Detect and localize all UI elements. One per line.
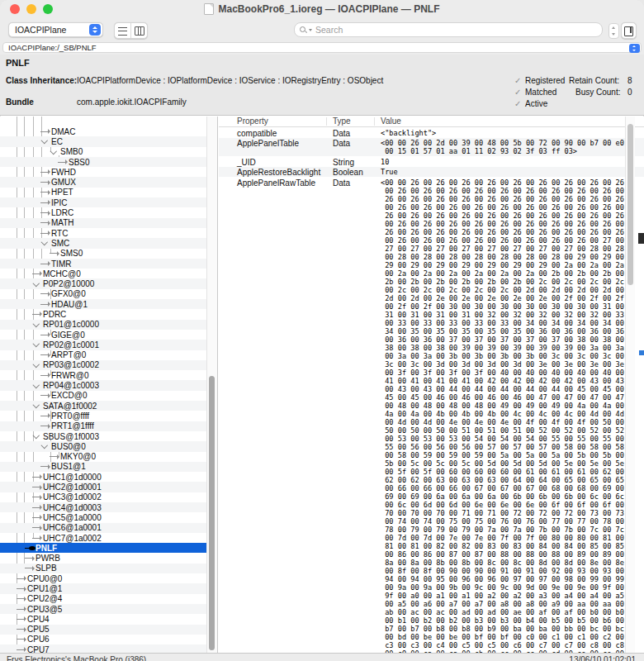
property-row-ApplePanelRawTable[interactable]: ApplePanelRawTableData<00 00 26 00 26 00…: [219, 177, 644, 653]
tree-item-CPU6[interactable]: CPU6: [0, 635, 218, 644]
disclosure-chevron-icon[interactable]: [40, 138, 49, 145]
tree-item-PRT1@1ffff[interactable]: PRT1@1ffff: [0, 421, 218, 431]
property-row-AppleRestoreBacklight[interactable]: AppleRestoreBacklightBooleanTrue: [219, 167, 644, 178]
path-dropdown-icon[interactable]: [629, 44, 640, 53]
tree-item-GMUX[interactable]: GMUX: [0, 177, 218, 187]
tree-item-RP04@1c0003[interactable]: RP04@1c0003: [0, 380, 218, 390]
column-header-property[interactable]: Property: [237, 117, 268, 126]
tree-item-CPU3@5[interactable]: CPU3@5: [0, 604, 218, 614]
tree-item-UHC1@1d0000[interactable]: UHC1@1d0000: [0, 472, 218, 482]
tree-item-CPU4[interactable]: CPU4: [0, 614, 218, 624]
tree-item-SMS0[interactable]: SMS0: [0, 249, 218, 259]
disclosure-chevron-icon[interactable]: [32, 321, 40, 328]
tree-item-UHC3@1d0002[interactable]: UHC3@1d0002: [0, 492, 218, 502]
tree-connector-icon: [25, 558, 33, 559]
search-input[interactable]: Search: [294, 22, 603, 37]
tree-item-SMB0[interactable]: SMB0: [0, 147, 218, 157]
search-placeholder: Search: [315, 25, 343, 35]
column-view-button[interactable]: [130, 23, 147, 38]
tree-item-FWHD[interactable]: FWHD: [0, 167, 218, 177]
find-stepper[interactable]: [608, 23, 619, 39]
tree-item-CPU2@4[interactable]: CPU2@4: [0, 594, 218, 604]
tree-item-SBUS@1f0003[interactable]: SBUS@1f0003: [0, 431, 218, 441]
tree-item-RP03@1c0002[interactable]: RP03@1c0002: [0, 360, 218, 370]
outline-view-button[interactable]: [115, 23, 130, 38]
tree-item-UHC4@1d0003[interactable]: UHC4@1d0003: [0, 502, 218, 512]
tree-item-EC[interactable]: EC: [0, 136, 218, 146]
tree-item-label: CPU4: [27, 615, 50, 624]
disclosure-chevron-icon[interactable]: [50, 149, 58, 155]
tree-item-label: LDRC: [51, 208, 73, 217]
tree-item-UHC7@1a0002[interactable]: UHC7@1a0002: [0, 533, 218, 543]
tree-item-GFX0@0[interactable]: GFX0@0: [0, 289, 218, 299]
table-scrollbar[interactable]: [625, 117, 635, 653]
search-menu-chevron-icon[interactable]: [309, 29, 312, 31]
disclosure-chevron-icon[interactable]: [32, 362, 40, 369]
property-row-compatible[interactable]: compatibleData<"backlight">: [219, 127, 644, 138]
tree-item-CPU0@0[interactable]: CPU0@0: [0, 573, 218, 583]
tree-connector-icon: [32, 477, 40, 478]
tree-item-BUS1@1[interactable]: BUS1@1: [0, 462, 218, 472]
tree-connector-icon: [32, 487, 40, 487]
property-row-_UID[interactable]: _UIDString10: [219, 156, 644, 167]
tree-item-RP01@1c0000[interactable]: RP01@1c0000: [0, 320, 218, 330]
property-row-ApplePanelTable[interactable]: ApplePanelTableData<00 00 26 00 2d 00 39…: [219, 138, 644, 157]
tree-item-PNLF[interactable]: PNLF: [0, 543, 208, 553]
disclosure-chevron-icon[interactable]: [32, 383, 40, 389]
tree-connector-icon: [50, 253, 58, 254]
property-type: Data: [333, 139, 350, 148]
tree-item-CPU5[interactable]: CPU5: [0, 625, 218, 635]
tree-item-SBS0[interactable]: SBS0: [0, 157, 218, 167]
disclosure-chevron-icon[interactable]: [32, 433, 40, 440]
property-table: Property Type Value compatibleData<"back…: [219, 117, 644, 653]
tree-item-GIGE@0[interactable]: GIGE@0: [0, 330, 218, 340]
tree-scrollbar[interactable]: [206, 117, 217, 653]
tree-item-SATA@1f0002[interactable]: SATA@1f0002: [0, 401, 218, 411]
column-divider[interactable]: [374, 117, 375, 126]
tree-item-PDRC[interactable]: PDRC: [0, 309, 218, 319]
tree-item-LDRC[interactable]: LDRC: [0, 207, 218, 217]
column-divider[interactable]: [326, 117, 327, 126]
tree-item-DMAC[interactable]: DMAC: [0, 126, 218, 136]
tree-scrollbar-thumb[interactable]: [209, 376, 215, 650]
tree-item-PWRB[interactable]: PWRB: [0, 553, 218, 563]
tree-item-MKY0@0[interactable]: MKY0@0: [0, 452, 218, 462]
tree-item-BUS0@0[interactable]: BUS0@0: [0, 441, 218, 451]
tree-item-HPET[interactable]: HPET: [0, 188, 218, 197]
tree-item-UHC2@1d0001[interactable]: UHC2@1d0001: [0, 482, 218, 492]
column-header-value[interactable]: Value: [381, 117, 401, 126]
tree-item-UHC5@1a0000[interactable]: UHC5@1a0000: [0, 512, 218, 522]
tree-item-UHC6@1a0001[interactable]: UHC6@1a0001: [0, 523, 218, 533]
tree-connector-icon: [32, 538, 40, 539]
tree-item-TIMR[interactable]: TIMR: [0, 259, 218, 269]
disclosure-chevron-icon[interactable]: [32, 281, 40, 288]
tree-item-RP02@1c0001[interactable]: RP02@1c0001: [0, 340, 218, 350]
tree-item-PRT0@ffff[interactable]: PRT0@ffff: [0, 411, 218, 421]
tree-item-EXCD@0[interactable]: EXCD@0: [0, 391, 218, 401]
tree-item-FRWR@0[interactable]: FRWR@0: [0, 370, 218, 380]
tree-item-MATH[interactable]: MATH: [0, 218, 218, 228]
plane-select-dropdown[interactable]: IOACPIPlane: [8, 22, 103, 37]
plane-select-value: IOACPIPlane: [15, 25, 66, 35]
tree-item-CPU7[interactable]: CPU7: [0, 644, 218, 653]
inspector-toggle-button[interactable]: [621, 22, 637, 39]
path-field[interactable]: IOACPIPlane:/_SB/PNLF: [2, 42, 642, 53]
tree-item-MCHC@0[interactable]: MCHC@0: [0, 269, 218, 278]
disclosure-chevron-icon[interactable]: [32, 402, 40, 409]
disclosure-chevron-icon[interactable]: [40, 240, 49, 246]
property-value: True: [381, 167, 632, 178]
disclosure-chevron-icon[interactable]: [32, 341, 40, 348]
tree-item-IPIC[interactable]: IPIC: [0, 197, 218, 207]
tree-item-SMC[interactable]: SMC: [0, 238, 218, 248]
tree-item-CPU1@1[interactable]: CPU1@1: [0, 583, 218, 593]
tree-item-RTC[interactable]: RTC: [0, 228, 218, 238]
column-header-type[interactable]: Type: [333, 117, 351, 126]
tree-item-ARPT@0[interactable]: ARPT@0: [0, 350, 218, 360]
tree-item-P0P2@10000[interactable]: P0P2@10000: [0, 278, 218, 288]
path-text: IOACPIPlane:/_SB/PNLF: [8, 43, 97, 52]
disclosure-chevron-icon[interactable]: [40, 443, 49, 449]
tree-item-HDAU@1[interactable]: HDAU@1: [0, 299, 218, 309]
tree-item-label: EXCD@0: [51, 391, 88, 400]
tree-item-SLPB[interactable]: SLPB: [0, 564, 218, 573]
table-scrollbar-thumb[interactable]: [627, 124, 633, 285]
